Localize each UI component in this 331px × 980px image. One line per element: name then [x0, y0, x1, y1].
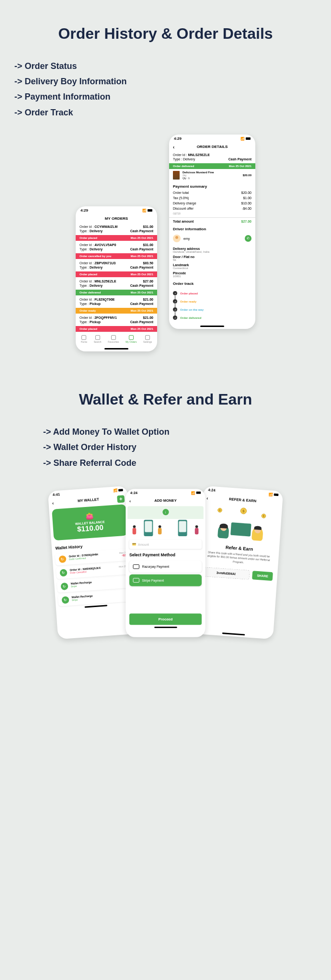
nav-home[interactable]: Home	[81, 335, 87, 343]
landmark-label: Landmark	[173, 263, 251, 267]
status-banner: Order cancelled by youMon 25 Oct 2021	[76, 253, 157, 259]
total-label: Total amount	[173, 220, 194, 223]
status-banner: Order placedMon 25 Oct 2021	[76, 271, 157, 277]
nav-label: Home	[81, 340, 87, 343]
order-id: MNLS25EZLE	[188, 153, 210, 157]
track-step: ✓Order ready	[173, 297, 251, 305]
card-icon: 💳	[132, 542, 137, 546]
payment-summary-head: Payment summary	[169, 181, 255, 190]
illus-phone-icon	[144, 520, 153, 536]
order-card[interactable]: Order id : CCYMWAIZLM$31.00 Type : Deliv…	[76, 223, 157, 235]
referral-code[interactable]: 3vmRd304Al	[202, 567, 250, 580]
coin-icon: $	[217, 508, 222, 513]
pincode-label: Pincode	[173, 271, 251, 275]
home-indicator	[154, 627, 177, 628]
coin-icon: $	[261, 514, 266, 518]
track-step: ✓Order on the way	[173, 305, 251, 314]
status-text: Order delivered	[173, 165, 194, 168]
home-indicator	[200, 326, 224, 327]
order-card[interactable]: Order id : MNLS25EZLE$27.00 Type : Deliv…	[76, 277, 157, 290]
status-date: Mon 25 Oct 2021	[229, 165, 251, 168]
discount-code: GET20	[169, 211, 255, 216]
track-step: ✓Order delivered	[173, 314, 251, 322]
history-icon: ↻	[61, 596, 69, 604]
home-indicator	[104, 348, 128, 349]
coin-icon: $	[240, 507, 247, 514]
amount-input[interactable]: 💳 Amount	[129, 540, 202, 549]
screen-title: MY ORDERS	[76, 214, 157, 223]
illus-person-icon	[158, 525, 162, 536]
address-val: Haridwar, Uttarakhand, India	[173, 250, 251, 253]
card-icon	[133, 564, 139, 569]
back-button[interactable]: ‹	[129, 498, 131, 503]
title-text: ORDER DETAILS	[197, 145, 228, 149]
feature-item: -> Wallet Order History	[43, 439, 317, 455]
check-icon: ✓	[173, 291, 177, 295]
item-image	[173, 171, 180, 180]
statusbar: 4:24 📶	[126, 489, 205, 496]
option-label: Razorpay Payment	[142, 565, 170, 568]
time-label: 4:29	[174, 136, 182, 141]
nav-settings[interactable]: Settings	[143, 335, 152, 343]
pay-option-stripe[interactable]: Stripe Payment	[129, 574, 202, 586]
order-card[interactable]: Order id : FL829QT90E$21.00 Type : Picku…	[76, 295, 157, 308]
order-item: Delicious Mustard Fine 2kg Qty : 1 $20.0…	[169, 169, 255, 181]
order-card[interactable]: Order id : ZBPV0N71U3$83.50 Type : Deliv…	[76, 259, 157, 271]
item-price: $20.00	[243, 174, 251, 177]
qty-val: 1	[188, 177, 190, 180]
nav-label: Favourites	[108, 340, 119, 343]
section2-features: -> Add Money To Wallet Option -> Wallet …	[14, 424, 317, 471]
home-indicator	[222, 632, 245, 635]
time-label: 4:24	[208, 488, 216, 493]
check-icon: ✓	[173, 315, 177, 320]
method-label: Select Payment Method	[126, 551, 205, 559]
landmark-val: Connecticut	[173, 267, 251, 270]
order-card[interactable]: Order id : 2FOQPFFMV1$21.00 Type : Picku…	[76, 314, 157, 326]
add-money-illustration: ↓	[127, 506, 204, 538]
status-banner: Order placedMon 25 Oct 2021	[76, 235, 157, 241]
time-label: 4:41	[52, 492, 60, 497]
driver-head: Driver information	[169, 224, 255, 233]
phone-add-money: 4:24 📶 ‹ ADD MONEY ↓ 💳 Amount Select Pay…	[126, 489, 205, 637]
feature-item: -> Share Referral Code	[43, 455, 317, 471]
status-banner: Order deliveredMon 25 Oct 2021	[76, 290, 157, 295]
back-button[interactable]: ‹	[52, 500, 54, 506]
nav-favourites[interactable]: Favourites	[108, 335, 119, 343]
status-banner: Order delivered Mon 25 Oct 2021	[169, 163, 255, 169]
illus-phone-icon	[178, 520, 187, 536]
driver-row: emy ✆	[169, 233, 255, 244]
nav-search[interactable]: Search	[94, 335, 102, 343]
summary-row: Tax (5.0%)$1.00	[169, 195, 255, 201]
home-indicator	[84, 605, 107, 608]
order-card[interactable]: Order id : AVOVLV5AP0$31.00 Type : Deliv…	[76, 241, 157, 253]
call-button[interactable]: ✆	[245, 235, 251, 242]
section1-features: -> Order Status -> Delivery Boy Informat…	[14, 58, 317, 121]
payment-val: Cash Payment	[228, 158, 251, 161]
summary-row: Delivery charge$10.00	[169, 201, 255, 206]
status-banner: Order placedMon 25 Oct 2021	[76, 326, 157, 332]
feature-item: -> Add Money To Wallet Option	[43, 424, 317, 439]
total-row: Total amount $27.00	[169, 217, 255, 224]
door-val: 56	[173, 259, 251, 261]
back-button[interactable]: ‹	[206, 496, 208, 501]
proceed-button[interactable]: Proceed	[129, 613, 202, 625]
check-icon: ✓	[173, 299, 177, 304]
illus-person-icon	[194, 525, 199, 536]
screen-title: ‹ ADD MONEY	[126, 496, 205, 504]
time-label: 4:24	[130, 491, 137, 495]
nav-my-orders[interactable]: My Orders	[126, 335, 137, 343]
label: Type :	[173, 158, 182, 161]
driver-avatar	[173, 235, 181, 242]
history-icon: ↻	[60, 583, 68, 590]
track-head: Order track	[169, 279, 255, 287]
summary-row: Discount offer-$4.00	[169, 206, 255, 211]
history-icon: ↻	[59, 569, 67, 576]
pay-option-razorpay[interactable]: Razorpay Payment	[129, 561, 202, 573]
back-button[interactable]: ‹	[173, 145, 174, 150]
pincode-val: 10001	[173, 275, 251, 278]
share-button[interactable]: SHARE	[252, 571, 273, 581]
door-label: Door / Flat no	[173, 255, 251, 259]
statusbar: 4:29 📶	[169, 135, 255, 143]
feature-item: -> Delivery Boy Information	[14, 74, 317, 89]
title-text: MY WALLET	[78, 497, 99, 503]
